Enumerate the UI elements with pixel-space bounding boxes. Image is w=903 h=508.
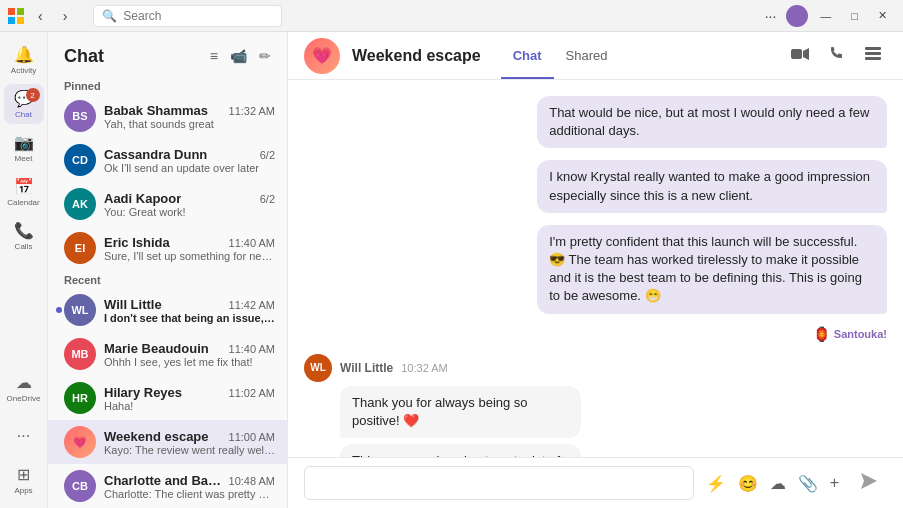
chat-item-marie[interactable]: MB Marie Beaudouin 11:40 AM Ohhh I see, … — [48, 332, 287, 376]
chat-item-aadi[interactable]: AK Aadi Kapoor 6/2 You: Great work! — [48, 182, 287, 226]
nav-label-meet: Meet — [15, 154, 33, 163]
filter-button[interactable]: ≡ — [206, 44, 222, 68]
avatar-marie: MB — [64, 338, 96, 370]
chat-item-charlotte[interactable]: CB Charlotte and Babak 10:48 AM Charlott… — [48, 464, 287, 508]
chat-item-babak[interactable]: BS Babak Shammas 11:32 AM Yah, that soun… — [48, 94, 287, 138]
video-call-button[interactable]: 📹 — [226, 44, 251, 68]
minimize-button[interactable]: — — [812, 8, 839, 24]
santouka-label: 🏮 Santouka! — [813, 326, 887, 342]
emoji-button[interactable]: 😊 — [734, 470, 762, 497]
main-layout: 🔔 Activity 2 💬 Chat 📷 Meet 📅 Calendar 📞 … — [0, 32, 903, 508]
chat-time-eric: 11:40 AM — [229, 237, 275, 249]
chat-item-hilary[interactable]: HR Hilary Reyes 11:02 AM Haha! — [48, 376, 287, 420]
more-options-compose-button[interactable]: + — [826, 470, 843, 496]
avatar-hilary: HR — [64, 382, 96, 414]
more-nav-icon: ··· — [17, 427, 30, 445]
chat-items: Pinned BS Babak Shammas 11:32 AM Yah, th… — [48, 76, 287, 508]
messages-area: That would be nice, but at most I would … — [288, 80, 903, 457]
nav-forward-button[interactable]: › — [57, 6, 74, 26]
chat-item-cassandra[interactable]: CD Cassandra Dunn 6/2 Ok I'll send an up… — [48, 138, 287, 182]
chat-preview-aadi: You: Great work! — [104, 206, 275, 218]
search-input[interactable] — [123, 9, 273, 23]
avatar-babak: BS — [64, 100, 96, 132]
chat-time-weekend: 11:00 AM — [229, 431, 275, 443]
chat-name-cassandra: Cassandra Dunn — [104, 147, 207, 162]
nav-item-meet[interactable]: 📷 Meet — [4, 128, 44, 168]
nav-item-apps[interactable]: ⊞ Apps — [4, 460, 44, 500]
chat-info-eric: Eric Ishida 11:40 AM Sure, I'll set up s… — [104, 235, 275, 262]
calendar-icon: 📅 — [14, 177, 34, 196]
bubble-2: I know Krystal really wanted to make a g… — [537, 160, 887, 212]
santouka-label-row: 🏮 Santouka! — [304, 326, 887, 342]
chat-name-marie: Marie Beaudouin — [104, 341, 209, 356]
mention-button[interactable]: 📎 — [794, 470, 822, 497]
name-row-weekend: Weekend escape 11:00 AM — [104, 429, 275, 444]
name-row-babak: Babak Shammas 11:32 AM — [104, 103, 275, 118]
send-button[interactable] — [851, 467, 887, 500]
tab-shared[interactable]: Shared — [554, 34, 620, 79]
nav-item-onedrive[interactable]: ☁ OneDrive — [4, 368, 44, 408]
maximize-button[interactable]: □ — [843, 8, 866, 24]
nav-back-button[interactable]: ‹ — [32, 6, 49, 26]
compose-bar: ⚡ 😊 ☁ 📎 + — [288, 457, 903, 508]
nav-item-more[interactable]: ··· — [4, 416, 44, 456]
recent-label: Recent — [48, 270, 287, 288]
avatar-weekend: 💗 — [64, 426, 96, 458]
message-row-will-1: WL Will Little 10:32 AM Thank you for al… — [304, 354, 887, 458]
sender-row-will: WL Will Little 10:32 AM — [304, 354, 448, 382]
chat-info-weekend: Weekend escape 11:00 AM Kayo: The review… — [104, 429, 275, 456]
chat-name-aadi: Aadi Kapoor — [104, 191, 181, 206]
avatar-eric: EI — [64, 232, 96, 264]
chat-name-eric: Eric Ishida — [104, 235, 170, 250]
chat-name-babak: Babak Shammas — [104, 103, 208, 118]
nav-label-chat: Chat — [15, 110, 32, 119]
chat-header-title: Weekend escape — [352, 47, 481, 65]
lightning-icon-button[interactable]: ⚡ — [702, 470, 730, 497]
chat-name-weekend: Weekend escape — [104, 429, 209, 444]
chat-header: 💗 Weekend escape Chat Shared — [288, 32, 903, 80]
sender-name-will: Will Little — [340, 361, 393, 375]
nav-item-calls[interactable]: 📞 Calls — [4, 216, 44, 256]
nav-item-chat[interactable]: 2 💬 Chat — [4, 84, 44, 124]
meet-icon: 📷 — [14, 133, 34, 152]
chat-name-hilary: Hilary Reyes — [104, 385, 182, 400]
chat-item-will[interactable]: WL Will Little 11:42 AM I don't see that… — [48, 288, 287, 332]
name-row-eric: Eric Ishida 11:40 AM — [104, 235, 275, 250]
chat-time-hilary: 11:02 AM — [229, 387, 275, 399]
user-avatar[interactable] — [786, 5, 808, 27]
name-row-aadi: Aadi Kapoor 6/2 — [104, 191, 275, 206]
name-row-marie: Marie Beaudouin 11:40 AM — [104, 341, 275, 356]
chat-item-weekend[interactable]: 💗 Weekend escape 11:00 AM Kayo: The revi… — [48, 420, 287, 464]
compose-button[interactable]: ✏ — [255, 44, 275, 68]
chat-name-charlotte: Charlotte and Babak — [104, 473, 225, 488]
chat-preview-hilary: Haha! — [104, 400, 275, 412]
attach-cloud-button[interactable]: ☁ — [766, 470, 790, 497]
chat-info-charlotte: Charlotte and Babak 10:48 AM Charlotte: … — [104, 473, 275, 500]
nav-item-activity[interactable]: 🔔 Activity — [4, 40, 44, 80]
svg-rect-0 — [791, 49, 802, 59]
chat-header-tabs: Chat Shared — [501, 33, 620, 78]
more-options-header-button[interactable] — [859, 42, 887, 69]
nav-item-calendar[interactable]: 📅 Calendar — [4, 172, 44, 212]
title-bar: ‹ › 🔍 ··· — □ ✕ — [0, 0, 903, 32]
chat-list-actions: ≡ 📹 ✏ — [206, 44, 275, 68]
chat-header-avatar: 💗 — [304, 38, 340, 74]
tab-chat[interactable]: Chat — [501, 34, 554, 79]
more-button[interactable]: ··· — [759, 6, 783, 26]
nav-label-onedrive: OneDrive — [7, 394, 41, 403]
compose-input[interactable] — [304, 466, 694, 500]
avatar-aadi: AK — [64, 188, 96, 220]
search-bar[interactable]: 🔍 — [93, 5, 282, 27]
sender-avatar-will: WL — [304, 354, 332, 382]
chat-info-marie: Marie Beaudouin 11:40 AM Ohhh I see, yes… — [104, 341, 275, 368]
chat-time-charlotte: 10:48 AM — [229, 475, 275, 487]
audio-call-header-button[interactable] — [823, 42, 851, 69]
svg-rect-2 — [865, 47, 881, 50]
svg-marker-5 — [861, 473, 877, 489]
close-button[interactable]: ✕ — [870, 7, 895, 24]
nav-label-calls: Calls — [15, 242, 33, 251]
chat-item-eric[interactable]: EI Eric Ishida 11:40 AM Sure, I'll set u… — [48, 226, 287, 270]
chat-info-hilary: Hilary Reyes 11:02 AM Haha! — [104, 385, 275, 412]
video-call-header-button[interactable] — [785, 42, 815, 69]
chat-time-babak: 11:32 AM — [229, 105, 275, 117]
